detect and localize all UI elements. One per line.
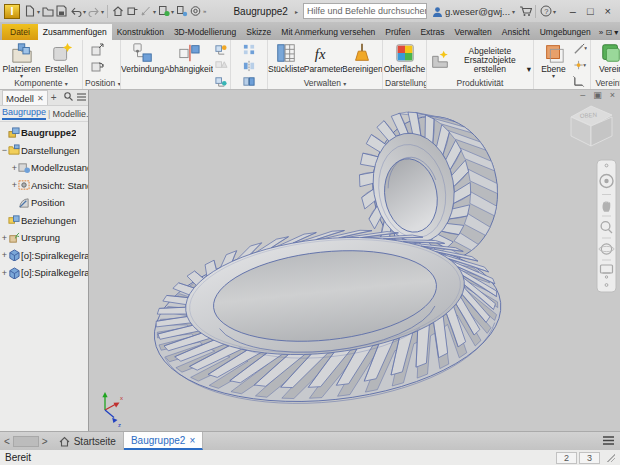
tree-item-darstellungen[interactable]: −Darstellungen: [0, 142, 88, 160]
inventor-logo-icon[interactable]: I: [4, 4, 20, 19]
punkt-icon[interactable]: ▾: [572, 58, 587, 73]
tree-item-ansicht-standa[interactable]: +Ansicht: Standa: [0, 177, 88, 195]
group-label-darstellung[interactable]: Darstellung: [383, 78, 426, 89]
redo-icon[interactable]: [87, 4, 100, 18]
ribbon-tab-zusammenf-gen[interactable]: Zusammenfügen: [38, 24, 112, 40]
sketch-icon[interactable]: [139, 4, 152, 18]
show-constraints-icon[interactable]: [214, 42, 229, 57]
help-icon[interactable]: ?: [539, 4, 552, 18]
help-caret[interactable]: ▾: [553, 8, 556, 15]
tree-item-baugruppe2[interactable]: Baugruppe2: [0, 124, 88, 142]
free-rotate-icon[interactable]: [90, 58, 105, 73]
pattern-icon[interactable]: [242, 42, 257, 57]
stueckliste-button[interactable]: Stückliste: [268, 42, 304, 74]
save-icon[interactable]: [55, 4, 68, 18]
hide-constraints-icon[interactable]: [214, 58, 229, 73]
user-caret[interactable]: ▾: [512, 8, 515, 15]
ribbon-tab-verwalten[interactable]: Verwalten: [449, 24, 496, 40]
tabs-next-button[interactable]: >: [42, 436, 48, 447]
tree-item-beziehungen[interactable]: Beziehungen: [0, 212, 88, 230]
panel-search-icon[interactable]: [64, 92, 73, 103]
constraint-settings-icon[interactable]: [214, 74, 229, 89]
tab-list-icon[interactable]: [603, 436, 614, 447]
panel-add-icon[interactable]: +: [51, 92, 57, 103]
home-icon[interactable]: [111, 4, 124, 18]
ribbon-tab-extras[interactable]: Extras: [415, 24, 449, 40]
parameter-button[interactable]: fx Parameter: [304, 42, 342, 74]
new-file-caret[interactable]: ▾: [37, 8, 40, 15]
copy-icon[interactable]: [242, 74, 257, 89]
ribbon-tab-umgebungen[interactable]: Umgebungen: [535, 24, 596, 40]
erstellen-button[interactable]: Erstellen: [42, 42, 81, 74]
abhaengigkeit-button[interactable]: Abhängigkeit: [164, 42, 213, 74]
redo-caret[interactable]: ▾: [101, 8, 104, 15]
ebene-button[interactable]: Ebene ▾: [537, 42, 571, 78]
qat-overflow[interactable]: »: [203, 8, 206, 14]
doc-close-icon[interactable]: ×: [610, 90, 615, 100]
platzieren-button[interactable]: Platzieren ▾: [1, 42, 42, 78]
tree-item--o-spiralkegelradp[interactable]: +[o]:Spiralkegelradp: [0, 247, 88, 265]
group-label-vereinfachen[interactable]: Vereinfa: [591, 78, 620, 89]
mirror-icon[interactable]: [242, 58, 257, 73]
doc-restore-icon[interactable]: ▣: [593, 90, 602, 100]
free-move-icon[interactable]: [90, 42, 105, 57]
ribbon-tab-mit-anmerkung-versehen[interactable]: Mit Anmerkung versehen: [276, 24, 380, 40]
ribbon-tab-skizze[interactable]: Skizze: [241, 24, 276, 40]
ribbon-tab-konstruktion[interactable]: Konstruktion: [112, 24, 169, 40]
achse-icon[interactable]: ▾: [572, 42, 587, 57]
return-icon[interactable]: [125, 4, 138, 18]
tree-expander[interactable]: +: [11, 180, 18, 190]
panel-subtab-baugruppe[interactable]: Baugruppe: [2, 107, 46, 120]
maximize-button[interactable]: □: [587, 5, 594, 17]
update-caret[interactable]: ▾: [171, 8, 174, 15]
tab-baugruppe2[interactable]: Baugruppe2 ×: [124, 432, 203, 450]
tab-startseite[interactable]: Startseite: [52, 432, 124, 450]
material-icon[interactable]: [189, 4, 202, 18]
tree-item-modellzustand-[interactable]: +Modellzustand:: [0, 159, 88, 177]
new-file-icon[interactable]: [23, 4, 36, 18]
ribbon-tab-ansicht[interactable]: Ansicht: [497, 24, 535, 40]
group-label-komponente[interactable]: Komponente ▾: [0, 78, 82, 89]
tree-expander[interactable]: −: [1, 145, 8, 155]
bereinigen-button[interactable]: Bereinigen: [343, 42, 382, 74]
status-badge-2[interactable]: 3: [579, 452, 600, 464]
vereinfachen-button[interactable]: Verein: [591, 42, 620, 74]
open-file-icon[interactable]: [41, 4, 54, 18]
store-icon[interactable]: [519, 4, 532, 18]
tree-expander[interactable]: +: [1, 268, 8, 278]
ribbon-tab-3d-modellierung[interactable]: 3D-Modellierung: [169, 24, 241, 40]
tab-close-icon[interactable]: ×: [189, 435, 195, 446]
tree-expander[interactable]: +: [1, 250, 8, 260]
panel-menu-icon[interactable]: [77, 92, 86, 103]
doc-minimize-icon[interactable]: –: [580, 90, 585, 100]
group-label-produktivitaet[interactable]: Produktivität: [427, 78, 533, 89]
measure-icon[interactable]: [175, 4, 188, 18]
group-label-verwalten[interactable]: Verwalten ▾: [268, 78, 382, 89]
panel-tab-modell[interactable]: Modell✕: [2, 90, 48, 105]
tree-item-ursprung[interactable]: +Ursprung: [0, 229, 88, 247]
undo-caret[interactable]: ▾: [83, 8, 86, 15]
group-label-position[interactable]: Position ▾: [83, 78, 120, 89]
panel-close-icon[interactable]: ✕: [37, 94, 44, 103]
ucs-icon[interactable]: [572, 74, 587, 89]
panel-subtab-modellierung[interactable]: Modellie...: [52, 109, 88, 119]
tree-expander[interactable]: +: [1, 233, 8, 243]
tree-expander[interactable]: +: [11, 163, 18, 173]
view-cube[interactable]: OBEN: [571, 106, 612, 146]
user-name[interactable]: g.weser@gwj...: [445, 6, 510, 17]
search-input[interactable]: Hilfe und Befehle durchsuchen...: [303, 3, 427, 19]
undo-icon[interactable]: [69, 4, 82, 18]
ersatzobjekte-button[interactable]: Abgeleitete Ersatzobjekte erstellen ▾: [428, 47, 532, 74]
ribbon-tab-datei[interactable]: Datei: [2, 24, 38, 40]
verbindung-button[interactable]: Verbindung: [121, 42, 164, 74]
status-badge-1[interactable]: 2: [556, 452, 577, 464]
tree-item-position[interactable]: Position: [0, 194, 88, 212]
tabs-prev-button[interactable]: <: [4, 436, 10, 447]
ribbon-tab-pr-fen[interactable]: Prüfen: [380, 24, 415, 40]
navigation-bar[interactable]: [597, 160, 616, 292]
viewport-3d[interactable]: – ▣ × xzOBEN: [89, 90, 620, 431]
ribbon-tab-overflow[interactable]: » ⊡ ▾: [597, 25, 620, 40]
update-icon[interactable]: [157, 4, 170, 18]
oberflaeche-button[interactable]: Oberfläche: [383, 42, 426, 74]
sketch-caret[interactable]: ▾: [153, 8, 156, 15]
